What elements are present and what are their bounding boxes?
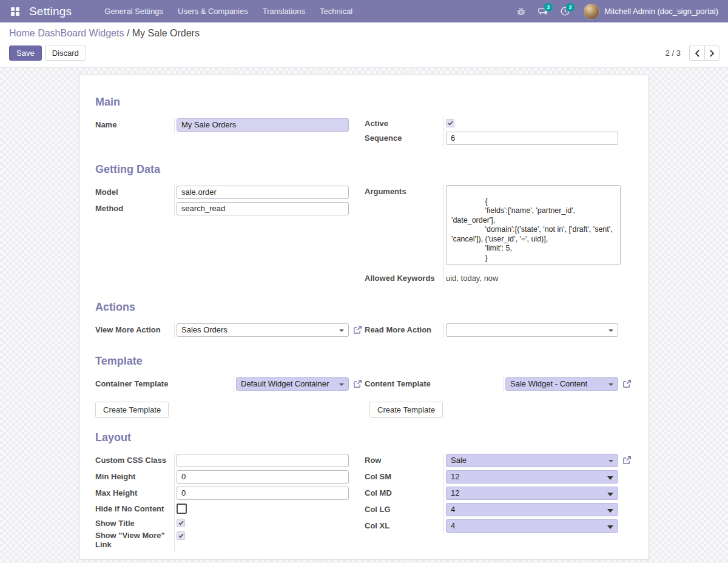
section-title-getting-data: Getting Data	[95, 163, 633, 176]
col-md-label: Col MD	[365, 488, 443, 497]
app-title[interactable]: Settings	[29, 5, 72, 18]
allowed-keywords-value: uid, today, now	[446, 274, 498, 283]
min-height-label: Min Height	[95, 472, 174, 481]
read-more-action-label: Read More Action	[365, 325, 443, 334]
breadcrumb-current: My Sale Orders	[132, 28, 200, 38]
show-view-more-link-checkbox[interactable]	[177, 531, 185, 540]
activities-clock-icon[interactable]: 2	[556, 2, 574, 21]
section-getting-data: Getting Data Model Method	[95, 163, 633, 288]
col-sm-select[interactable]: 12	[446, 470, 618, 484]
content-template-external-link-icon[interactable]	[622, 379, 632, 388]
menu-translations[interactable]: Translations	[257, 1, 311, 22]
section-title-main: Main	[95, 96, 633, 109]
menu-users-companies[interactable]: Users & Companies	[172, 1, 254, 22]
section-title-actions: Actions	[95, 301, 633, 314]
container-template-select[interactable]: Default Widget Container	[236, 377, 349, 391]
user-avatar	[584, 4, 599, 19]
show-view-more-link-label: Show "View More" Link	[95, 531, 174, 549]
apps-menu-icon[interactable]	[7, 4, 23, 19]
min-height-input[interactable]	[177, 470, 349, 484]
pager-value: 2 / 3	[666, 49, 681, 58]
container-template-external-link-icon[interactable]	[353, 379, 362, 388]
custom-css-class-label: Custom CSS Class	[95, 456, 174, 465]
section-actions: Actions View More Action Sales Orders	[95, 301, 633, 339]
discard-button[interactable]: Discard	[45, 46, 86, 61]
check-icon	[178, 533, 184, 538]
messages-badge: 2	[544, 3, 553, 12]
method-label: Method	[95, 204, 174, 213]
method-input[interactable]	[177, 202, 349, 215]
col-lg-label: Col LG	[365, 505, 443, 514]
row-select[interactable]: Sale	[446, 454, 618, 467]
create-container-template-button[interactable]: Create Template	[95, 402, 169, 418]
allowed-keywords-label: Allowed Keywords	[365, 274, 443, 283]
control-panel: Home DashBoard Widgets / My Sale Orders …	[0, 22, 728, 67]
name-label: Name	[95, 120, 174, 129]
col-md-select[interactable]: 12	[446, 487, 618, 500]
main-menu: General Settings Users & Companies Trans…	[98, 1, 359, 22]
sequence-input[interactable]	[446, 132, 618, 145]
active-label: Active	[365, 119, 443, 128]
max-height-input[interactable]	[177, 487, 349, 500]
check-icon	[178, 521, 184, 525]
content-template-label: Content Template	[365, 379, 503, 388]
custom-css-class-input[interactable]	[177, 454, 349, 467]
systray: 2 2 Mitchell Admin (doc_sign_portal)	[512, 2, 721, 21]
hide-if-no-content-label: Hide if No Content	[95, 504, 174, 513]
menu-general-settings[interactable]: General Settings	[98, 1, 169, 22]
activities-badge: 2	[566, 3, 575, 12]
col-xl-select[interactable]: 4	[446, 519, 618, 533]
view-more-action-select[interactable]: Sales Orders	[177, 323, 349, 337]
view-more-action-external-link-icon[interactable]	[353, 325, 362, 334]
arguments-textarea[interactable]: { 'fields':['name', 'partner_id', 'date_…	[446, 185, 621, 265]
arguments-label: Arguments	[365, 185, 443, 196]
pager-previous-button[interactable]	[689, 46, 704, 61]
show-title-checkbox[interactable]	[177, 519, 185, 527]
hide-if-no-content-checkbox[interactable]	[177, 504, 187, 514]
col-lg-select[interactable]: 4	[446, 503, 618, 516]
section-layout: Layout Custom CSS Class Min Height Max H…	[95, 431, 633, 553]
max-height-label: Max Height	[95, 488, 174, 497]
show-title-label: Show Title	[95, 519, 174, 528]
breadcrumb-parent-link[interactable]: Home DashBoard Widgets	[9, 28, 124, 38]
chevron-right-icon	[709, 50, 715, 57]
user-menu[interactable]: Mitchell Admin (doc_sign_portal)	[578, 4, 721, 19]
section-main: Main Name Active	[95, 96, 633, 147]
model-input[interactable]	[177, 186, 349, 199]
form-sheet: Main Name Active	[79, 75, 649, 559]
check-icon	[448, 121, 453, 126]
model-label: Model	[95, 187, 174, 197]
container-template-label: Container Template	[95, 379, 234, 388]
breadcrumb: Home DashBoard Widgets / My Sale Orders	[9, 28, 719, 39]
read-more-action-select[interactable]	[446, 323, 618, 337]
name-input[interactable]	[177, 118, 349, 132]
col-sm-label: Col SM	[365, 472, 443, 481]
top-navbar: Settings General Settings Users & Compan…	[0, 0, 728, 22]
row-external-link-icon[interactable]	[622, 456, 632, 465]
save-button[interactable]: Save	[9, 46, 42, 61]
user-name: Mitchell Admin (doc_sign_portal)	[604, 7, 718, 16]
breadcrumb-separator: /	[127, 28, 132, 38]
bug-icon[interactable]	[512, 2, 530, 21]
form-view-background: Main Name Active	[0, 67, 728, 563]
content-template-select[interactable]: Sale Widget - Content	[505, 377, 618, 391]
view-more-action-label: View More Action	[95, 325, 174, 334]
active-checkbox[interactable]	[446, 119, 454, 127]
pager-next-button[interactable]	[704, 46, 720, 61]
menu-technical[interactable]: Technical	[314, 1, 359, 22]
section-title-template: Template	[95, 355, 633, 368]
row-label: Row	[365, 456, 443, 465]
chevron-left-icon	[695, 50, 700, 57]
sequence-label: Sequence	[365, 133, 443, 143]
section-template: Template Container Template Default Widg…	[95, 355, 633, 418]
messages-icon[interactable]: 2	[534, 2, 552, 21]
create-content-template-button[interactable]: Create Template	[369, 402, 443, 418]
col-xl-label: Col XL	[365, 521, 443, 530]
section-title-layout: Layout	[95, 431, 633, 444]
